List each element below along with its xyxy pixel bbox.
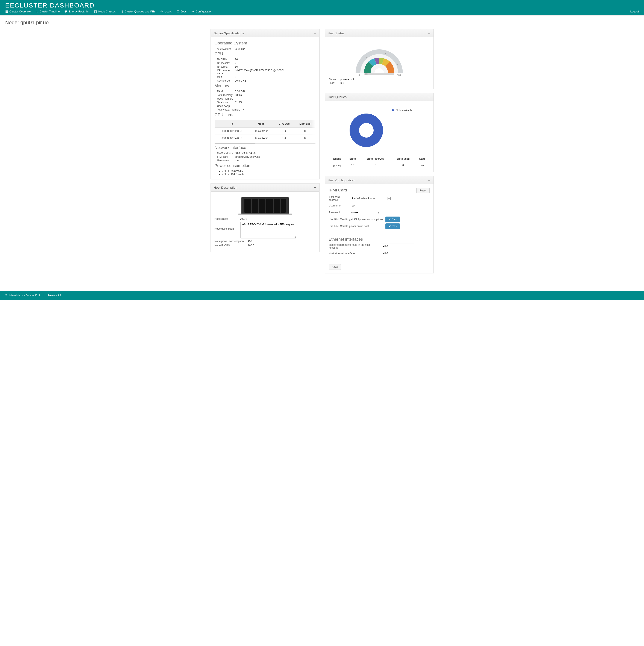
panel-title: Server Specifications bbox=[214, 31, 244, 35]
status-value: powered off bbox=[341, 78, 354, 81]
svg-text:0: 0 bbox=[358, 74, 360, 77]
label-arch: Architecture: bbox=[215, 47, 235, 50]
cell: 0 % bbox=[274, 135, 295, 142]
check-icon bbox=[389, 225, 391, 227]
svg-rect-17 bbox=[364, 74, 394, 75]
cell: 0 bbox=[391, 162, 415, 169]
value: root bbox=[235, 159, 239, 162]
label: CPU model name bbox=[215, 69, 235, 75]
col-model: Model bbox=[249, 120, 274, 128]
bar-chart-icon bbox=[35, 10, 38, 13]
cell: 16 bbox=[345, 162, 360, 169]
nav-cluster-overview[interactable]: Cluster Overview bbox=[5, 10, 31, 13]
nav-label: Configuration bbox=[196, 10, 212, 13]
list-icon bbox=[5, 10, 8, 13]
gear-icon bbox=[191, 10, 194, 13]
collapse-icon[interactable]: − bbox=[428, 179, 430, 181]
col: Slots bbox=[345, 155, 360, 162]
table-scrollbar[interactable] bbox=[215, 143, 315, 144]
section-gpu: GPU cards bbox=[215, 112, 315, 117]
value: 100.0 bbox=[248, 244, 254, 247]
col-id: Id bbox=[215, 120, 249, 128]
keyboard-icon[interactable] bbox=[388, 197, 391, 200]
label: Node description: bbox=[215, 222, 240, 230]
table-row: gpus.q 16 0 0 au bbox=[329, 162, 430, 169]
master-eth-input[interactable] bbox=[381, 244, 414, 249]
ipmi-address-input[interactable] bbox=[349, 196, 392, 201]
label: Cache size bbox=[215, 79, 235, 82]
col-memuse: Mem use bbox=[295, 120, 315, 128]
cell: 0 bbox=[295, 135, 315, 142]
label: Node FLOPS: bbox=[215, 244, 248, 247]
label: Use IPMI Card to power on/off host: bbox=[329, 225, 385, 228]
svg-rect-3 bbox=[177, 10, 179, 13]
page-title: Node: gpu01.pir.uo bbox=[5, 19, 639, 25]
value: 0 bbox=[235, 76, 236, 79]
value: Intel(R) Xeon(R) CPU E5-2650 0 @ 2.00GHz bbox=[235, 69, 287, 75]
section-power: Power consumption bbox=[215, 163, 315, 168]
col: Queue bbox=[329, 155, 345, 162]
psu-toggle-button[interactable]: Yes bbox=[386, 217, 400, 222]
col-gpuuse: GPU Use bbox=[274, 120, 295, 128]
value: 2 bbox=[235, 62, 236, 65]
col: Slots reserved bbox=[360, 155, 391, 162]
cell: 00000000:02:00.0 bbox=[215, 128, 249, 135]
host-eth-input[interactable] bbox=[381, 251, 414, 256]
nav-users[interactable]: Users bbox=[160, 10, 172, 13]
donut-chart bbox=[346, 109, 387, 152]
label: Nº sockets: bbox=[215, 62, 235, 65]
load-value: 0.0 bbox=[341, 82, 344, 85]
panel-host-status: Host Status− bbox=[325, 29, 434, 89]
cell: 00000000:84:00.0 bbox=[215, 135, 249, 142]
nav-cluster-timeline[interactable]: Cluster Timeline bbox=[35, 10, 60, 13]
value: 63.0G bbox=[235, 94, 242, 97]
col: State bbox=[415, 155, 430, 162]
panel-title: Host Configuration bbox=[328, 178, 354, 182]
label: Total swap bbox=[215, 101, 235, 104]
section-ethernet: Ethernet interfaces bbox=[329, 237, 430, 242]
check-icon bbox=[389, 218, 391, 221]
value: piradm4.edv.uniovi.es bbox=[235, 155, 260, 158]
power-toggle-button[interactable]: Yes bbox=[386, 223, 400, 229]
value: 16 bbox=[235, 58, 238, 61]
key-icon[interactable]: ⊕ bbox=[378, 211, 380, 214]
value-arch: lx-amd64 bbox=[235, 47, 245, 50]
panel-host-description: Host Description− Node class:ASUS Node d… bbox=[211, 183, 320, 252]
label: Username bbox=[215, 159, 235, 162]
section-memory: Memory bbox=[215, 84, 315, 88]
label: IPMI card address: bbox=[329, 196, 348, 202]
save-button[interactable]: Save bbox=[329, 264, 341, 270]
value: - bbox=[235, 105, 236, 108]
reset-button[interactable]: Reset bbox=[416, 188, 429, 193]
nav-configuration[interactable]: Configuration bbox=[191, 10, 212, 13]
collapse-icon[interactable]: − bbox=[428, 32, 430, 34]
document-icon bbox=[177, 10, 180, 13]
collapse-icon[interactable]: − bbox=[428, 96, 430, 98]
label: Username: bbox=[329, 204, 348, 207]
svg-point-5 bbox=[374, 68, 384, 77]
brand-title: EECLUSTER DASHBOARD bbox=[0, 0, 644, 10]
ipmi-password-input[interactable] bbox=[349, 210, 381, 215]
value: 0.00 GiB bbox=[235, 90, 245, 93]
cell: au bbox=[415, 162, 430, 169]
label: Master ethernet interface in the host ne… bbox=[329, 243, 380, 249]
svg-text:100: 100 bbox=[397, 74, 401, 77]
svg-point-18 bbox=[365, 73, 367, 75]
nav-label: Energy Footprint bbox=[69, 10, 89, 13]
label: MHz bbox=[215, 76, 235, 79]
nav-node-classes[interactable]: Node Classes bbox=[94, 10, 116, 13]
collapse-icon[interactable]: − bbox=[314, 32, 316, 34]
cell: 0 bbox=[295, 128, 315, 135]
nav-energy-footprint[interactable]: Energy Footprint bbox=[65, 10, 89, 13]
psu1: PSU 1: 80.0 Watts bbox=[222, 170, 315, 173]
nav-label: Cluster Queues and PEs bbox=[125, 10, 155, 13]
svg-point-4 bbox=[192, 11, 193, 12]
logout-link[interactable]: Logout bbox=[630, 10, 639, 13]
collapse-icon[interactable]: − bbox=[314, 187, 316, 189]
nav-jobs[interactable]: Jobs bbox=[177, 10, 187, 13]
label: Node class: bbox=[215, 217, 240, 220]
ipmi-username-input[interactable] bbox=[349, 203, 381, 208]
nav-cluster-queues[interactable]: Cluster Queues and PEs bbox=[120, 10, 155, 13]
heart-icon bbox=[65, 10, 68, 13]
node-description-textarea[interactable] bbox=[240, 222, 296, 238]
